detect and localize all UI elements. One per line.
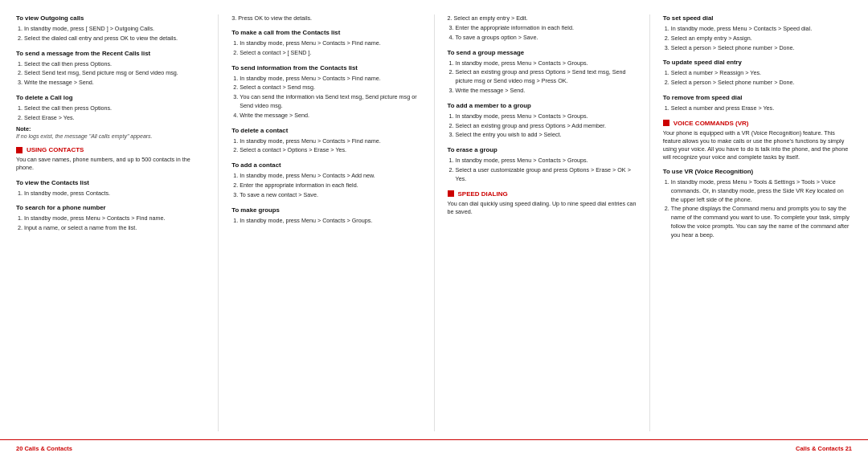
list-item: In standby mode, press Menu > Contacts >… [456, 59, 637, 68]
section-view-outgoing-title: To view Outgoing calls [16, 14, 205, 22]
col3-pre-2: 2. Select an empty entry > Edit. [448, 14, 637, 22]
list-item: In standby mode, press [ SEND ] > Outgoi… [24, 25, 205, 34]
section-delete-call-log-title: To delete a Call log [16, 94, 205, 101]
section-view-contacts-list: In standby mode, press Contacts. [16, 190, 205, 198]
col-divider-2 [434, 14, 435, 431]
list-item: In standby mode, press Menu > Contacts >… [671, 25, 852, 34]
section-make-groups-list: In standby mode, press Menu > Contacts >… [231, 217, 420, 226]
list-item: In standby mode, press Menu > Contacts >… [240, 75, 420, 84]
list-item: In standby mode, press Menu > Contacts >… [456, 157, 637, 165]
section-view-contacts-title: To view the Contacts list [16, 179, 205, 186]
column-1: To view Outgoing calls In standby mode, … [16, 14, 215, 431]
list-item: Select Send text msg, Send picture msg o… [24, 69, 205, 78]
col3-pre-list: Enter the appropriate information in eac… [448, 24, 637, 43]
list-item: Write the message > Send. [24, 79, 205, 88]
list-item: Select an existing group and press Optio… [456, 68, 637, 86]
using-contacts-highlight: USING CONTACTS [16, 146, 205, 153]
list-item: Select a contact > [ SEND ]. [240, 49, 420, 58]
list-item: Write the message > Send. [240, 112, 420, 120]
section-add-member-title: To add a member to a group [448, 102, 637, 109]
section-erase-group-title: To erase a group [448, 146, 637, 153]
list-item: In standby mode, press Menu > Contacts >… [240, 172, 420, 181]
list-item: Select the call then press Options. [24, 60, 205, 69]
list-item: To save a new contact > Save. [240, 191, 420, 200]
list-item: In standby mode, press Menu > Contacts >… [456, 112, 637, 121]
red-square-icon-2 [448, 190, 454, 197]
list-item: Enter the appropriate information in eac… [240, 182, 420, 190]
section-send-group-msg-list: In standby mode, press Menu > Contacts >… [448, 59, 637, 96]
section-search-phone-list: In standby mode, press Menu > Contacts >… [16, 214, 205, 233]
list-item: Input a name, or select a name from the … [24, 224, 205, 233]
list-item: To save a groups option > Save. [456, 34, 637, 43]
section-send-message-recent-list: Select the call then press Options. Sele… [16, 60, 205, 88]
list-item: Select the entry you wish to add > Selec… [456, 131, 637, 140]
speed-dialing-body: You can dial quickly using speed dialing… [448, 200, 637, 216]
section-make-call-contacts-title: To make a call from the Contacts list [231, 29, 420, 36]
column-3: 2. Select an empty entry > Edit. Enter t… [438, 14, 646, 431]
list-item: In standby mode, press Menu > Contacts >… [240, 217, 420, 226]
list-item: Select an empty entry > Assign. [671, 35, 852, 43]
section-view-outgoing-list: In standby mode, press [ SEND ] > Outgoi… [16, 25, 205, 43]
list-item: Select a contact > Send msg. [240, 84, 420, 92]
list-item: Select the dialed call entry and press O… [24, 35, 205, 43]
list-item: In standby mode, press Menu > Contacts >… [240, 39, 420, 48]
list-item: Write the message > Send. [456, 87, 637, 96]
footer-page-left: 20 Calls & Contacts [16, 445, 72, 452]
list-item: Select Erase > Yes. [24, 114, 205, 123]
section-add-contact-title: To add a contact [231, 161, 420, 169]
footer: 20 Calls & Contacts Calls & Contacts 21 [0, 439, 868, 457]
using-contacts-body: You can save names, phone numbers, and u… [16, 156, 205, 172]
note-label: Note: [16, 125, 205, 133]
col-divider-1 [218, 14, 219, 431]
col2-pre: 3. Press OK to view the details. [231, 14, 420, 22]
section-set-speed-dial-list: In standby mode, press Menu > Contacts >… [663, 25, 852, 52]
column-4: To set speed dial In standby mode, press… [653, 14, 852, 431]
section-use-vr-title: To use VR (Voice Recognition) [663, 168, 852, 175]
voice-commands-label: VOICE COMMANDS (VR) [674, 120, 749, 127]
list-item: Select a person > Select phone number > … [671, 44, 852, 53]
page: To view Outgoing calls In standby mode, … [0, 0, 868, 457]
list-item: Select a number and press Erase > Yes. [671, 104, 852, 113]
section-set-speed-dial-title: To set speed dial [663, 14, 852, 22]
list-item: The phone displays the Command menu and … [671, 205, 852, 239]
list-item: In standby mode, press Menu > Contacts >… [24, 214, 205, 223]
list-item: Select a number > Reassign > Yes. [671, 69, 852, 78]
list-item: Enter the appropriate information in eac… [456, 24, 637, 33]
note-text: If no logs exist, the message "All calls… [16, 133, 205, 141]
section-search-phone-title: To search for a phone number [16, 204, 205, 211]
section-delete-contact-title: To delete a contact [231, 127, 420, 134]
section-send-info-contacts-list: In standby mode, press Menu > Contacts >… [231, 75, 420, 120]
speed-dialing-label: SPEED DIALING [458, 190, 508, 198]
section-use-vr-list: In standby mode, press Menu > Tools & Se… [663, 178, 852, 240]
list-item: In standby mode, press Menu > Contacts >… [240, 137, 420, 146]
section-erase-group-list: In standby mode, press Menu > Contacts >… [448, 157, 637, 183]
section-make-groups-title: To make groups [231, 206, 420, 214]
section-update-speed-dial-list: Select a number > Reassign > Yes. Select… [663, 69, 852, 88]
section-send-group-msg-title: To send a group message [448, 49, 637, 56]
section-make-call-contacts-list: In standby mode, press Menu > Contacts >… [231, 39, 420, 58]
red-square-icon-3 [663, 120, 669, 126]
content-area: To view Outgoing calls In standby mode, … [0, 0, 868, 439]
list-item: Select a person > Select phone number > … [671, 79, 852, 88]
list-item: Select a user customizable group and pre… [456, 166, 637, 184]
list-item: In standby mode, press Contacts. [24, 190, 205, 198]
section-add-contact-list: In standby mode, press Menu > Contacts >… [231, 172, 420, 199]
section-send-info-contacts-title: To send information from the Contacts li… [231, 64, 420, 71]
list-item: You can send the information via Send te… [240, 93, 420, 111]
voice-commands-highlight: VOICE COMMANDS (VR) [663, 120, 852, 127]
list-item: In standby mode, press Menu > Tools & Se… [671, 178, 852, 204]
section-update-speed-dial-title: To update speed dial entry [663, 59, 852, 66]
list-item: Select a contact > Options > Erase > Yes… [240, 146, 420, 155]
list-item: Select the call then press Options. [24, 104, 205, 113]
section-remove-speed-dial-title: To remove from speed dial [663, 94, 852, 101]
speed-dialing-highlight: SPEED DIALING [448, 190, 637, 198]
section-delete-call-log-list: Select the call then press Options. Sele… [16, 104, 205, 123]
red-square-icon [16, 147, 23, 153]
column-2: 3. Press OK to view the details. To make… [222, 14, 430, 431]
using-contacts-label: USING CONTACTS [27, 146, 84, 153]
section-remove-speed-dial-list: Select a number and press Erase > Yes. [663, 104, 852, 113]
col-divider-3 [649, 14, 650, 431]
section-add-member-list: In standby mode, press Menu > Contacts >… [448, 112, 637, 140]
list-item: Select an existing group and press Optio… [456, 122, 637, 131]
footer-page-right: Calls & Contacts 21 [796, 445, 852, 452]
